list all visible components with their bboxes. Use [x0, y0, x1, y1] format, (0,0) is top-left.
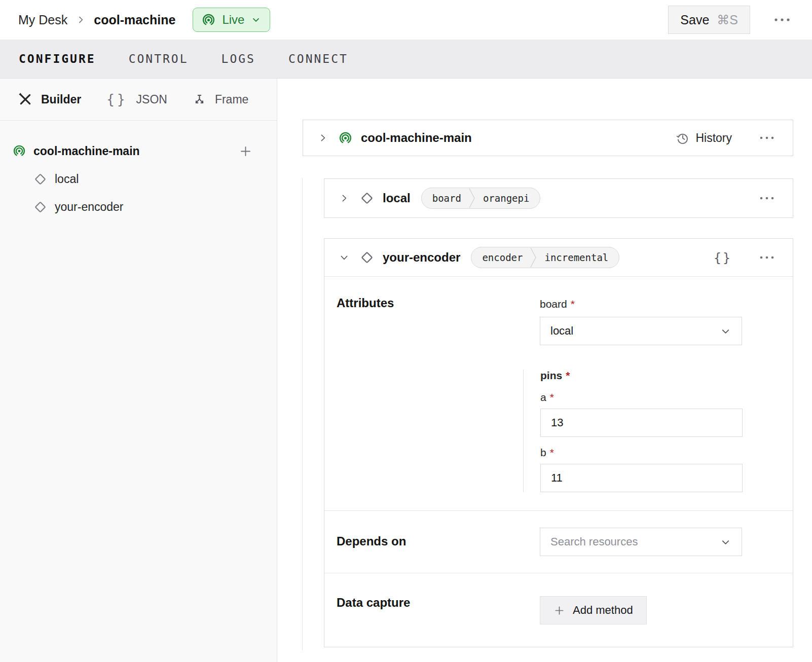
encoder-card-title: your-encoder [383, 250, 460, 265]
badge-divider [469, 188, 475, 209]
view-builder-label: Builder [41, 93, 81, 106]
data-capture-label: Data capture [337, 596, 410, 610]
badge-model: orangepi [475, 193, 540, 204]
machine-card: cool-machine-main History [303, 120, 793, 156]
history-button-label: History [695, 131, 732, 145]
resource-tree: cool-machine-main local your-encoder [0, 121, 277, 221]
main-nav-tabs: CONFIGURE CONTROL LOGS CONNECT [0, 40, 812, 79]
search-resources-input[interactable] [550, 528, 720, 556]
tab-configure[interactable]: CONFIGURE [19, 52, 96, 65]
tree-item-your-encoder[interactable]: your-encoder [0, 193, 277, 221]
viam-machine-icon [13, 144, 26, 158]
chevron-down-icon [720, 325, 731, 337]
view-json[interactable]: {} JSON [106, 92, 167, 107]
tree-item-local-label: local [55, 172, 79, 186]
viam-live-icon [202, 13, 215, 27]
tree-connector-line [302, 178, 303, 650]
tab-connect[interactable]: CONNECT [288, 52, 348, 65]
view-frame[interactable]: Frame [193, 93, 248, 106]
pins-field-group: pins* a* b* [523, 370, 743, 492]
collapse-chevron-down-icon[interactable] [340, 253, 349, 262]
topbar-actions: Save ⌘S [668, 6, 794, 34]
attributes-section-label: Attributes [337, 296, 394, 310]
tab-logs[interactable]: LOGS [222, 52, 255, 65]
badge-divider [530, 247, 537, 268]
breadcrumb-chevron-icon [76, 15, 86, 25]
machine-card-title: cool-machine-main [361, 131, 472, 145]
viam-machine-icon [339, 131, 352, 145]
config-main-panel: cool-machine-main History [277, 79, 812, 662]
encoder-more-options-button[interactable] [756, 252, 778, 263]
pin-a-label: a* [540, 391, 743, 403]
required-asterisk: * [550, 391, 554, 403]
required-asterisk: * [566, 370, 570, 381]
tree-item-machine-root[interactable]: cool-machine-main [0, 137, 277, 165]
badge-api-type: encoder [471, 252, 530, 263]
expand-chevron-right-icon[interactable] [340, 194, 349, 203]
history-button[interactable]: History [673, 131, 735, 145]
tab-control[interactable]: CONTROL [129, 52, 189, 65]
view-frame-label: Frame [215, 93, 248, 106]
live-badge-label: Live [222, 13, 244, 27]
board-select[interactable]: local [540, 317, 742, 345]
view-json-label: JSON [136, 93, 167, 106]
tools-icon [18, 92, 32, 106]
attributes-section: Attributes board* local pins* a* b* [324, 277, 793, 511]
data-capture-section: Data capture Add method [324, 573, 793, 648]
encoder-card: your-encoder encoder incremental {} Attr… [324, 238, 793, 647]
board-select-value: local [550, 324, 573, 338]
depends-on-section: Depends on [324, 511, 793, 573]
badge-model: incremental [537, 252, 619, 263]
badge-api-type: board [422, 193, 469, 204]
local-card-title: local [383, 191, 411, 205]
breadcrumb-machine-name: cool-machine [94, 13, 175, 27]
history-clock-icon [676, 131, 689, 144]
view-switcher: Builder {} JSON Frame [0, 79, 277, 121]
add-component-button[interactable] [236, 141, 255, 161]
local-more-options-button[interactable] [756, 193, 778, 203]
chevron-down-icon [720, 536, 731, 548]
topbar-more-options-button[interactable] [770, 14, 794, 25]
machine-more-options-button[interactable] [756, 133, 778, 143]
edit-json-braces-button[interactable]: {} [711, 250, 735, 266]
braces-icon: {} [106, 92, 127, 107]
breadcrumb-my-desk[interactable]: My Desk [18, 13, 67, 27]
config-sidebar: Builder {} JSON Frame [0, 79, 277, 662]
breadcrumb: My Desk cool-machine [18, 13, 175, 27]
component-diamond-icon [33, 200, 47, 214]
pin-a-input[interactable] [540, 409, 743, 437]
board-field-label: board* [540, 298, 575, 310]
component-diamond-icon [360, 191, 374, 205]
board-field-group: board* local [540, 298, 742, 345]
frame-axes-icon [193, 93, 206, 106]
add-method-button-label: Add method [573, 604, 633, 617]
tree-item-your-encoder-label: your-encoder [55, 200, 124, 214]
component-diamond-icon [360, 250, 374, 265]
expand-chevron-right-icon[interactable] [318, 133, 327, 142]
plus-icon [553, 605, 565, 616]
save-button[interactable]: Save ⌘S [668, 6, 750, 34]
pins-group-label: pins* [540, 370, 570, 381]
chevron-down-icon [251, 15, 261, 25]
local-board-card: local board orangepi [324, 178, 793, 218]
pin-b-label: b* [540, 447, 743, 459]
tree-root-label: cool-machine-main [33, 144, 140, 158]
encoder-type-badge: encoder incremental [471, 247, 619, 268]
depends-on-label: Depends on [337, 534, 406, 548]
required-asterisk: * [550, 447, 554, 458]
view-builder[interactable]: Builder [18, 92, 81, 106]
component-diamond-icon [33, 172, 47, 186]
required-asterisk: * [571, 298, 575, 310]
pin-b-input[interactable] [540, 464, 743, 492]
local-type-badge: board orangepi [421, 188, 541, 209]
save-shortcut-hint: ⌘S [717, 13, 738, 27]
add-method-button[interactable]: Add method [540, 596, 647, 624]
live-status-dropdown[interactable]: Live [193, 8, 270, 32]
tree-item-local[interactable]: local [0, 165, 277, 193]
save-button-label: Save [680, 13, 709, 27]
top-bar: My Desk cool-machine Live Save ⌘S [0, 0, 812, 40]
depends-on-select[interactable] [540, 528, 742, 556]
